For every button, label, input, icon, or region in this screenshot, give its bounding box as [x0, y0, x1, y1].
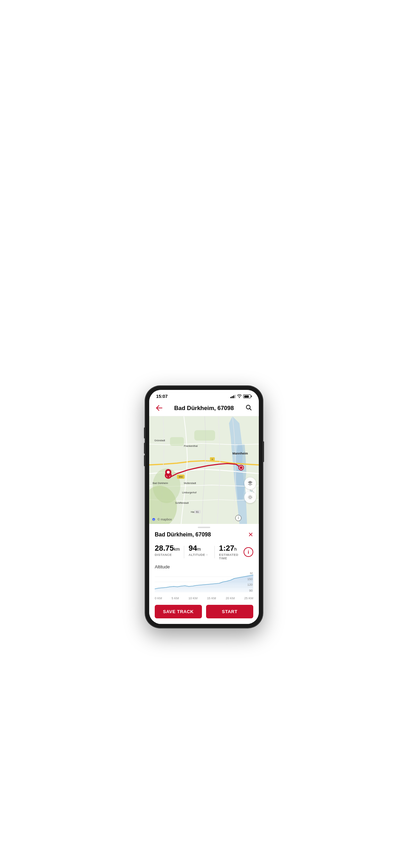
app-header: Bad Dürkheim, 67098	[149, 401, 259, 416]
svg-point-34	[248, 495, 252, 499]
phone-frame: 15:07	[145, 386, 263, 628]
save-track-button[interactable]: SAVE TRACK	[155, 605, 202, 618]
sheet-header: Bad Dürkheim, 67098 ✕	[149, 529, 259, 541]
map-info-button[interactable]: i	[235, 515, 241, 521]
header-title: Bad Dürkheim, 67098	[164, 405, 244, 412]
svg-text:Frankenthal: Frankenthal	[184, 444, 198, 448]
altitude-section-label: Altitude	[155, 564, 253, 569]
svg-text:61: 61	[196, 511, 199, 513]
map-container[interactable]: Bobenheim- Roxheim Lampertheim Grünstadt…	[149, 416, 259, 524]
svg-text:Mannheim: Mannheim	[232, 452, 248, 455]
back-button[interactable]	[155, 404, 164, 413]
stat-time: 1:27h ESTIMATED TIME	[219, 544, 241, 560]
stat-distance: 28.75km DISTANCE	[155, 544, 180, 557]
map-layer-button[interactable]	[244, 477, 256, 489]
chart-x-labels: 0 KM 5 KM 10 KM 15 KM 20 KM 25 KM	[155, 596, 253, 600]
sheet-title: Bad Dürkheim, 67098	[155, 532, 211, 538]
altitude-label: ALTITUDE ↑	[188, 553, 210, 557]
svg-text:Limburgerhof: Limburgerhof	[182, 491, 196, 494]
action-buttons: SAVE TRACK START	[149, 601, 259, 624]
stats-row: 28.75km DISTANCE 94m ALTITUDE ↑	[149, 541, 259, 561]
svg-text:650: 650	[179, 476, 183, 478]
map-controls	[244, 477, 256, 503]
distance-value: 28.75km	[155, 544, 180, 552]
mapbox-attribution: m © mapbox	[152, 518, 172, 521]
distance-label: DISTANCE	[155, 553, 180, 557]
phone-wrapper: 15:07	[145, 386, 263, 628]
svg-text:m: m	[153, 519, 154, 521]
stat-altitude: 94m ALTITUDE ↑	[188, 544, 210, 557]
battery-icon	[243, 394, 252, 398]
svg-point-33	[249, 496, 251, 498]
chart-svg	[155, 571, 253, 592]
time-value: 1:27h	[219, 544, 241, 552]
map-svg: Bobenheim- Roxheim Lampertheim Grünstadt…	[149, 416, 259, 524]
status-icons	[230, 394, 252, 399]
time-label: ESTIMATED TIME	[219, 553, 241, 560]
route-info-button[interactable]: i	[244, 547, 253, 557]
svg-point-26	[167, 471, 170, 474]
svg-text:Bad Dürkheim: Bad Dürkheim	[153, 482, 168, 484]
altitude-section: Altitude	[149, 561, 259, 601]
bottom-sheet: Bad Dürkheim, 67098 ✕ 28.75km DISTANCE	[149, 524, 259, 624]
start-button[interactable]: START	[206, 605, 253, 618]
map-location-button[interactable]	[244, 491, 256, 503]
svg-point-0	[246, 405, 250, 409]
status-bar: 15:07	[149, 390, 259, 401]
signal-icon	[230, 395, 236, 398]
stat-divider-1	[184, 546, 184, 558]
altitude-chart: M 150 120 90	[155, 571, 253, 596]
wifi-icon	[237, 394, 242, 399]
svg-text:Mutterstadt: Mutterstadt	[184, 482, 196, 484]
svg-text:Grünstadt: Grünstadt	[154, 439, 165, 442]
close-button[interactable]: ✕	[248, 531, 253, 539]
svg-text:Schifferstadt: Schifferstadt	[175, 502, 189, 504]
svg-rect-5	[170, 437, 184, 446]
search-button[interactable]	[244, 404, 253, 413]
sheet-handle	[149, 524, 259, 529]
stat-divider-2	[214, 546, 215, 558]
status-time: 15:07	[156, 394, 168, 399]
handle-bar	[198, 527, 210, 528]
chart-y-labels: M 150 120 90	[247, 571, 253, 592]
altitude-value: 94m	[188, 544, 210, 552]
svg-rect-4	[194, 430, 215, 441]
svg-marker-32	[248, 483, 253, 486]
phone-screen: 15:07	[149, 390, 259, 624]
